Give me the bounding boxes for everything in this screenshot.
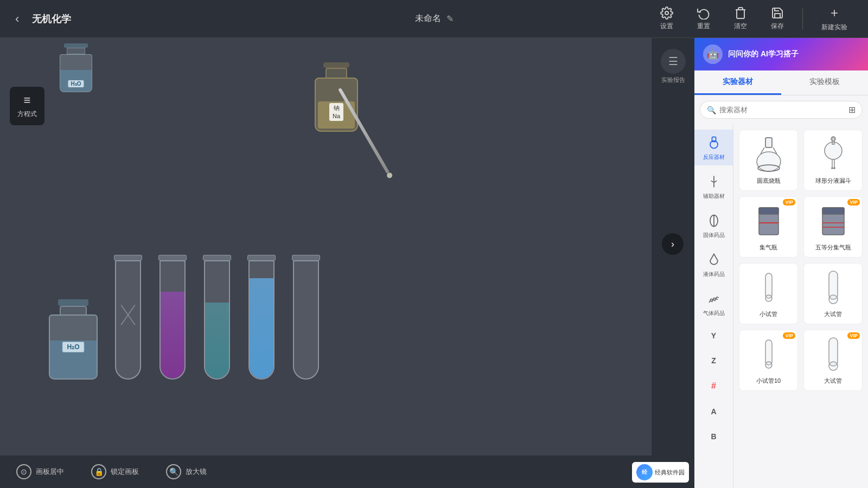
right-panel: 🤖 问问你的 AI学习搭子 实验器材 实验模板 🔍 ⊞ 反应器材 [694,38,868,488]
left-sidebar: ≡ 方程式 [0,76,54,423]
svg-point-23 [765,295,772,301]
topbar-center: 未命名 ✎ [415,13,454,24]
equip-small-tube[interactable]: 小试管 [739,263,798,324]
vip-badge-2: VIP [847,199,860,206]
water-bottle[interactable]: H₂O [49,299,98,380]
tube-rim [292,255,320,260]
cat-A[interactable]: A [694,401,733,422]
equip-five-sep[interactable]: VIP 五等分集气瓶 [803,196,863,258]
svg-point-25 [829,295,838,304]
formula-icon: ≡ [17,93,37,107]
zoom-icon: 🔍 [166,464,181,479]
tab-equipment[interactable]: 实验器材 [694,70,781,95]
tube-rim [114,255,142,260]
search-icon: 🔍 [707,106,716,114]
cat-Y[interactable]: Y [694,325,733,346]
cat-auxiliary[interactable]: 辅助器材 [694,169,733,204]
tube-rim [158,255,187,260]
equip-small-tube-label: 小试管 [760,310,777,318]
h2o-small-label: H₂O [68,80,84,87]
cat-Z[interactable]: Z [694,350,733,371]
canvas-items: ≡ 方程式 H₂O 钠 Na [0,38,694,455]
report-icon: ☰ [668,55,678,68]
cat-liquid-label: 液体药品 [703,271,725,278]
test-tube-purple-wrap[interactable] [158,255,187,380]
app-title: 无机化学 [32,12,71,25]
h2o-small-bottle[interactable]: H₂O [60,43,92,92]
vip-badge-4: VIP [847,332,860,339]
report-button[interactable]: ☰ 实验报告 [661,49,686,84]
equip-gas-bottle[interactable]: VIP 集气瓶 [739,196,798,258]
equip-large-tube-label: 大试管 [824,310,842,318]
cat-auxiliary-label: 辅助器材 [703,192,725,200]
plus-icon: + [831,5,838,21]
cat-hash-letter: # [711,379,716,393]
stirring-rod[interactable] [338,87,393,179]
zoom-button[interactable]: 🔍 放大镜 [161,461,212,483]
clear-label: 清空 [734,22,747,31]
test-tube-empty-wrap[interactable] [114,255,142,380]
equip-small-tube-10-label: 小试管10 [756,377,781,385]
bottle-label: 钠 Na [329,103,343,121]
water-bottle-neck [60,306,87,314]
svg-rect-26 [765,340,772,365]
back-button[interactable]: ‹ [11,10,23,28]
equip-small-tube-10[interactable]: VIP 小试管10 [739,330,798,391]
grid-toggle-icon[interactable]: ⊞ [848,105,856,115]
equip-round-flask[interactable]: 圆底烧瓶 [739,130,798,191]
bottle-cap [323,62,349,68]
test-tube-teal [204,260,230,380]
formula-button[interactable]: ≡ 方程式 [10,87,44,125]
topbar: ‹ 无机化学 未命名 ✎ 设置 重置 清空 保存 + 新建实验 [0,0,868,38]
save-button[interactable]: 保存 [761,2,794,35]
water-bottle-body: H₂O [49,314,98,380]
equip-large-tube-vip[interactable]: VIP 大试管 [803,330,863,391]
water-bottle-cap [58,299,88,306]
edit-icon[interactable]: ✎ [446,14,454,24]
zoom-label: 放大镜 [186,467,207,477]
watermark: 经 经典软件园 [632,462,689,483]
test-tube-empty2-wrap[interactable] [292,255,320,380]
equip-large-tube[interactable]: 大试管 [803,263,863,324]
cat-gas[interactable]: 气体药品 [694,286,733,322]
test-tube-empty2 [293,260,319,380]
clear-button[interactable]: 清空 [724,2,757,35]
bottle-neck [326,68,347,78]
equip-sep-funnel-label: 球形分液漏斗 [815,177,851,185]
sodium-bottle[interactable]: 钠 Na [315,62,358,132]
water-label: H₂O [62,342,85,352]
search-bar: 🔍 ⊞ [700,101,863,119]
test-tube-blue [248,260,275,380]
ai-banner-text: 问问你的 AI学习搭子 [728,49,799,59]
equipment-grid: 圆底烧瓶 球形分液漏斗 VIP [733,124,868,488]
test-tubes-row [114,255,320,380]
equip-sep-funnel[interactable]: 球形分液漏斗 [803,130,863,191]
cat-B[interactable]: B [694,426,733,447]
equip-gas-bottle-label: 集气瓶 [760,243,777,252]
cat-Z-letter: Z [711,354,716,367]
equipment-area: 反应器材 辅助器材 [694,124,868,488]
tube-rim [247,255,276,260]
nav-arrow-right[interactable]: › [662,233,684,255]
svg-rect-22 [765,273,772,298]
cat-reaction[interactable]: 反应器材 [694,130,733,165]
category-nav: 反应器材 辅助器材 [694,124,733,488]
center-canvas-button[interactable]: ⊙ 画板居中 [11,461,69,483]
lock-canvas-button[interactable]: 🔒 锁定画板 [86,461,144,483]
ai-banner[interactable]: 🤖 问问你的 AI学习搭子 [694,38,868,70]
new-experiment-button[interactable]: + 新建实验 [812,1,857,36]
svg-point-11 [825,142,842,159]
cat-gas-icon [705,290,723,307]
search-input[interactable] [719,106,845,114]
cat-hash[interactable]: # [694,375,733,397]
reset-button[interactable]: 重置 [687,2,720,35]
cat-solid[interactable]: 固体药品 [694,208,733,243]
h2o-small-body: H₂O [60,54,92,92]
settings-button[interactable]: 设置 [650,2,683,35]
tab-template[interactable]: 实验模板 [781,70,868,95]
cat-liquid[interactable]: 液体药品 [694,247,733,282]
test-tube-blue-wrap[interactable] [247,255,276,380]
canvas-area[interactable]: ≡ 方程式 H₂O 钠 Na [0,38,694,455]
equip-five-sep-visual [807,202,859,240]
test-tube-teal-wrap[interactable] [203,255,231,380]
